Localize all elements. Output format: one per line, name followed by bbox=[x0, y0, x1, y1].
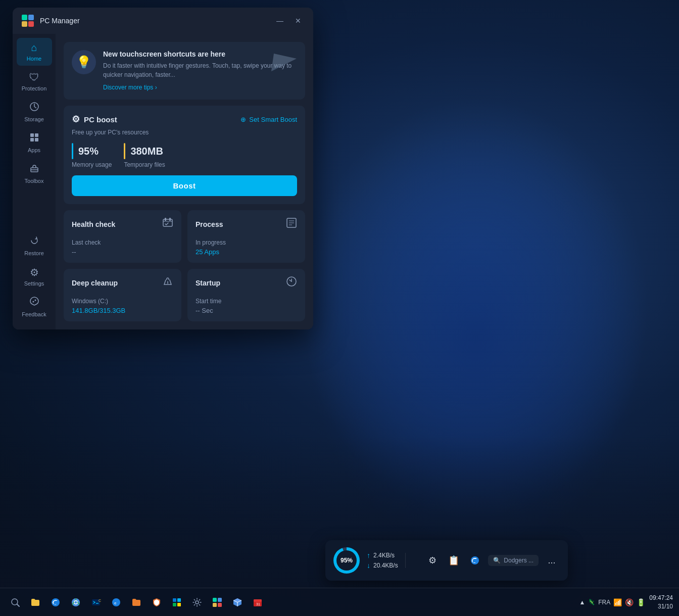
deep-cleanup-card: Deep cleanup Windows (C:) 141.8GB/315.3G… bbox=[64, 269, 181, 321]
memory-bar bbox=[72, 143, 73, 159]
taskbar-icon-edge[interactable] bbox=[46, 593, 65, 611]
smart-boost-label: Set Smart Boost bbox=[249, 116, 297, 123]
sidebar-label-restore: Restore bbox=[24, 250, 44, 256]
memory-value: 95% bbox=[78, 146, 99, 157]
boost-title: ⚙ PC boost bbox=[72, 114, 117, 125]
health-check-card: Health check Last check -- bbox=[64, 210, 181, 263]
pc-manager-window: PC Manager — ✕ ⌂ Home 🛡 Protection bbox=[13, 8, 313, 329]
svg-rect-0 bbox=[22, 15, 27, 20]
search-icon: 🔍 bbox=[493, 557, 501, 564]
sys-monitor-bar: 95% ↑ 2.4KB/s ↓ 20.4KB/s ⚙ 📋 🔍 Dodgers .… bbox=[325, 540, 568, 581]
svg-rect-18 bbox=[165, 218, 166, 221]
window-controls: — ✕ bbox=[273, 14, 305, 28]
upload-speed: 2.4KB/s bbox=[373, 552, 395, 559]
banner-card: 💡 New touchscreen shortcuts are here Do … bbox=[64, 42, 305, 100]
monitor-search-bar[interactable]: 🔍 Dodgers ... bbox=[488, 555, 539, 566]
main-layout: ⌂ Home 🛡 Protection Storage bbox=[13, 34, 313, 329]
startup-time-label: Start time bbox=[196, 298, 297, 305]
monitor-divider-1 bbox=[405, 553, 406, 568]
taskbar-lang-icon: 🦎 bbox=[588, 599, 595, 605]
search-text: Dodgers ... bbox=[504, 557, 534, 564]
sidebar-label-storage: Storage bbox=[24, 116, 44, 122]
taskbar-icon-settings[interactable] bbox=[188, 593, 206, 611]
boost-button[interactable]: Boost bbox=[72, 175, 297, 196]
health-check-header: Health check bbox=[72, 217, 173, 231]
deep-cleanup-header: Deep cleanup bbox=[72, 276, 173, 290]
svg-rect-36 bbox=[177, 598, 181, 602]
home-icon: ⌂ bbox=[31, 42, 37, 54]
taskbar-expand-icon[interactable]: ▲ bbox=[579, 599, 585, 606]
temp-value: 380MB bbox=[130, 146, 163, 157]
boost-title-text: PC boost bbox=[84, 115, 117, 124]
sidebar-item-home[interactable]: ⌂ Home bbox=[17, 38, 52, 66]
settings-icon: ⚙ bbox=[30, 266, 39, 278]
sidebar-item-toolbox[interactable]: Toolbox bbox=[17, 159, 52, 188]
process-card: Process In progress 25 Apps bbox=[187, 210, 305, 263]
startup-icon bbox=[286, 276, 297, 290]
taskbar-icon-calendar[interactable]: 31 bbox=[249, 593, 267, 611]
svg-rect-45 bbox=[254, 599, 262, 602]
svg-text:CAN: CAN bbox=[99, 599, 101, 602]
monitor-icon-clipboard[interactable]: 📋 bbox=[446, 552, 462, 568]
sidebar-label-toolbox: Toolbox bbox=[25, 178, 44, 184]
taskbar-icon-pcmanager[interactable] bbox=[208, 593, 226, 611]
startup-card: Startup Start time -- Sec bbox=[187, 269, 305, 321]
monitor-more-button[interactable]: ... bbox=[544, 552, 560, 568]
svg-rect-3 bbox=[28, 21, 34, 27]
title-bar: PC Manager — ✕ bbox=[13, 8, 313, 34]
taskbar-icon-files[interactable] bbox=[26, 593, 44, 611]
taskbar-icon-search[interactable] bbox=[6, 593, 24, 611]
taskbar-volume-icon[interactable]: 🔇 bbox=[625, 598, 634, 606]
sidebar-item-protection[interactable]: 🛡 Protection bbox=[17, 68, 52, 96]
svg-rect-5 bbox=[30, 133, 34, 137]
svg-rect-7 bbox=[30, 138, 34, 141]
boost-icon: ⚙ bbox=[72, 114, 80, 125]
banner-title: New touchscreen shortcuts are here bbox=[103, 50, 297, 58]
bottom-grid: Health check Last check -- bbox=[64, 210, 305, 321]
taskbar-icon-files2[interactable] bbox=[127, 593, 146, 611]
svg-rect-38 bbox=[177, 603, 181, 606]
svg-point-39 bbox=[196, 601, 199, 604]
taskbar-icon-chrome[interactable] bbox=[67, 593, 85, 611]
svg-rect-40 bbox=[213, 598, 217, 602]
storage-icon bbox=[29, 102, 39, 114]
apps-icon bbox=[29, 132, 39, 145]
sidebar-item-apps[interactable]: Apps bbox=[17, 128, 52, 157]
deep-cleanup-drive-usage: 141.8GB/315.3GB bbox=[72, 307, 173, 314]
sidebar-label-apps: Apps bbox=[28, 147, 40, 153]
taskbar-icon-brave[interactable] bbox=[148, 593, 166, 611]
process-header: Process bbox=[196, 217, 297, 231]
download-speed: 20.4KB/s bbox=[373, 562, 398, 569]
monitor-icon-settings[interactable]: ⚙ bbox=[424, 552, 441, 568]
taskbar-icon-terminal[interactable]: CAN bbox=[87, 593, 105, 611]
taskbar-icon-store[interactable] bbox=[168, 593, 186, 611]
startup-title: Startup bbox=[196, 279, 220, 287]
boost-header: ⚙ PC boost ⊕ Set Smart Boost bbox=[72, 114, 297, 125]
set-smart-boost-button[interactable]: ⊕ Set Smart Boost bbox=[240, 116, 297, 123]
taskbar-battery-icon: 🔋 bbox=[637, 598, 645, 606]
main-content: 💡 New touchscreen shortcuts are here Do … bbox=[56, 34, 313, 329]
minimize-button[interactable]: — bbox=[273, 14, 287, 28]
sidebar-item-settings[interactable]: ⚙ Settings bbox=[17, 262, 52, 291]
svg-point-11 bbox=[32, 301, 34, 303]
sidebar-item-feedback[interactable]: Feedback bbox=[17, 293, 52, 321]
deep-cleanup-title: Deep cleanup bbox=[72, 279, 118, 287]
sidebar-item-restore[interactable]: Restore bbox=[17, 231, 52, 260]
taskbar-icon-edge2[interactable]: e bbox=[107, 593, 125, 611]
sidebar-label-settings: Settings bbox=[24, 280, 44, 287]
banner-link[interactable]: Discover more tips › bbox=[103, 84, 157, 91]
taskbar-icon-box[interactable] bbox=[228, 593, 247, 611]
banner-text: New touchscreen shortcuts are here Do it… bbox=[103, 50, 297, 91]
toolbox-icon bbox=[29, 163, 39, 176]
taskbar-time[interactable]: 09:47:24 31/10 bbox=[649, 594, 673, 611]
title-bar-left: PC Manager bbox=[21, 14, 80, 28]
protection-icon: 🛡 bbox=[29, 72, 39, 83]
sidebar-item-storage[interactable]: Storage bbox=[17, 98, 52, 126]
cpu-percent: 95% bbox=[341, 557, 353, 564]
temp-stat: 380MB Temporary files bbox=[124, 143, 165, 168]
svg-rect-2 bbox=[22, 21, 27, 27]
monitor-icon-edge[interactable] bbox=[467, 552, 483, 568]
close-button[interactable]: ✕ bbox=[291, 14, 305, 28]
process-apps-count: 25 Apps bbox=[196, 248, 297, 256]
restore-icon bbox=[29, 235, 39, 248]
